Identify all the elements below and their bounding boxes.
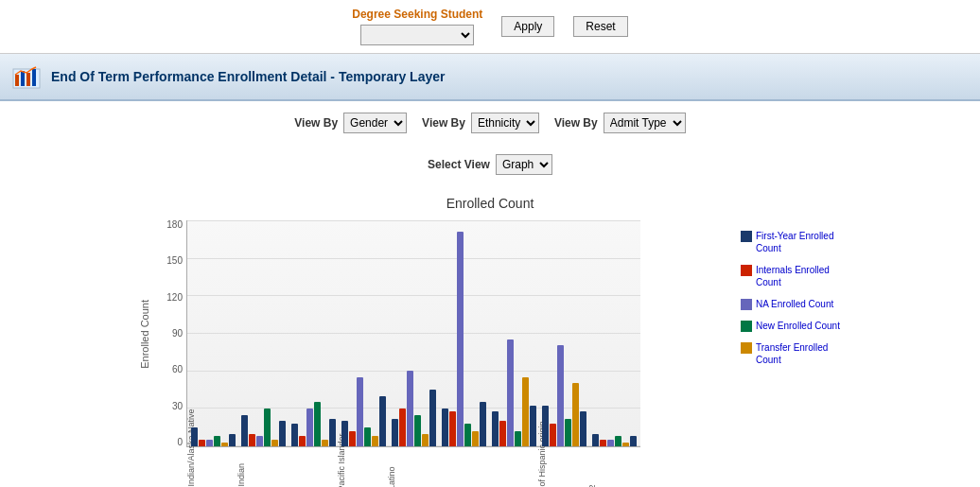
view-by-label-3: View By (554, 116, 598, 130)
bar (329, 419, 336, 446)
bar (399, 409, 406, 446)
bar-group (241, 220, 286, 446)
y-tick: 120 (166, 293, 183, 303)
bar (592, 434, 599, 446)
bar-group (592, 220, 637, 446)
chart-legend: First-Year Enrolled CountInternals Enrol… (741, 220, 841, 370)
svg-rect-1 (15, 75, 19, 86)
view-by-label-2: View By (422, 116, 465, 130)
bar-group (291, 220, 336, 446)
bar (630, 436, 637, 446)
bar (572, 383, 579, 446)
select-view-select[interactable]: Graph Table (496, 154, 552, 175)
bar (607, 440, 614, 446)
bar (357, 377, 363, 446)
bar (472, 431, 479, 446)
bar (492, 411, 499, 446)
view-by-select-3[interactable]: Admit Type (604, 113, 686, 133)
legend-item: New Enrolled Count (741, 320, 841, 332)
legend-label: First-Year Enrolled Count (756, 230, 841, 254)
legend-item: First-Year Enrolled Count (741, 230, 841, 254)
bar (499, 421, 506, 446)
x-label: Asian or Pacific Islander (337, 449, 387, 487)
x-label: American Indian/Alaska Native (186, 449, 236, 487)
bar (507, 339, 514, 446)
bar (256, 436, 263, 446)
bar-group (492, 220, 536, 446)
legend-color-swatch (741, 342, 752, 354)
bar (264, 409, 271, 446)
legend-label: New Enrolled Count (756, 320, 840, 332)
legend-item: Transfer Enrolled Count (741, 341, 841, 366)
legend-color-swatch (741, 265, 752, 276)
bar-group (542, 220, 586, 446)
bar (206, 440, 213, 446)
bar (615, 436, 621, 446)
svg-rect-3 (26, 73, 30, 86)
bar (449, 411, 456, 446)
bar (600, 440, 606, 446)
select-view-label: Select View (428, 158, 490, 171)
chart-plot (186, 220, 640, 447)
chart-area: Enrolled Count 0 30 60 90 120 150 180 (139, 220, 726, 487)
x-label: Hispanic/Latino (387, 449, 437, 487)
header-icon (11, 61, 42, 92)
y-tick: 90 (172, 329, 183, 339)
view-by-select-2[interactable]: Ethnicity (471, 113, 539, 133)
bar (565, 419, 571, 446)
legend-label: Transfer Enrolled Count (756, 341, 841, 366)
view-by-select-1[interactable]: Gender (343, 113, 407, 133)
bar (271, 440, 278, 446)
svg-rect-4 (32, 69, 36, 86)
bar (379, 396, 386, 446)
x-label: American Indian (236, 449, 287, 487)
bar (530, 406, 536, 446)
bar (515, 431, 521, 446)
apply-button[interactable]: Apply (501, 16, 554, 37)
bar-group (392, 220, 436, 446)
legend-color-swatch (741, 299, 752, 310)
bar (364, 427, 371, 446)
bar-group (191, 220, 236, 446)
x-label: Unknown2 (587, 449, 638, 487)
legend-color-swatch (741, 231, 752, 242)
bar (306, 409, 313, 446)
bar (542, 406, 549, 446)
x-label: White not of Hispanic origin (537, 449, 587, 487)
degree-seeking-select[interactable] (360, 25, 474, 45)
bar (442, 409, 448, 446)
bar (414, 415, 421, 446)
bar (199, 440, 205, 446)
bar (341, 421, 348, 446)
view-by-label-1: View By (294, 116, 338, 130)
legend-label: Internals Enrolled Count (756, 264, 841, 288)
bar (622, 443, 629, 446)
bar (580, 411, 586, 446)
bar (221, 443, 228, 446)
controls-area: View By Gender View By Ethnicity View By… (0, 101, 980, 186)
bar (522, 377, 529, 446)
bar (407, 371, 413, 446)
y-tick: 0 (177, 438, 183, 447)
legend-color-swatch (741, 321, 752, 332)
chart-title: Enrolled Count (446, 196, 534, 211)
bar (322, 440, 328, 446)
reset-button[interactable]: Reset (573, 16, 627, 37)
legend-item: NA Enrolled Count (741, 298, 841, 310)
bar (349, 431, 356, 446)
y-tick: 150 (166, 256, 183, 266)
bar (457, 232, 464, 446)
x-label: White (487, 449, 537, 487)
y-tick: 30 (172, 402, 183, 411)
y-ticks: 0 30 60 90 120 150 180 (156, 220, 183, 447)
svg-rect-2 (21, 71, 25, 86)
y-axis-label: Enrolled Count (139, 300, 150, 369)
bar (279, 421, 286, 446)
bar-group (341, 220, 386, 446)
bar (191, 427, 198, 446)
bar (464, 424, 471, 446)
bar (422, 434, 429, 446)
x-label: Asian (287, 449, 337, 487)
x-label: Unknown (437, 449, 487, 487)
bar (241, 415, 248, 446)
